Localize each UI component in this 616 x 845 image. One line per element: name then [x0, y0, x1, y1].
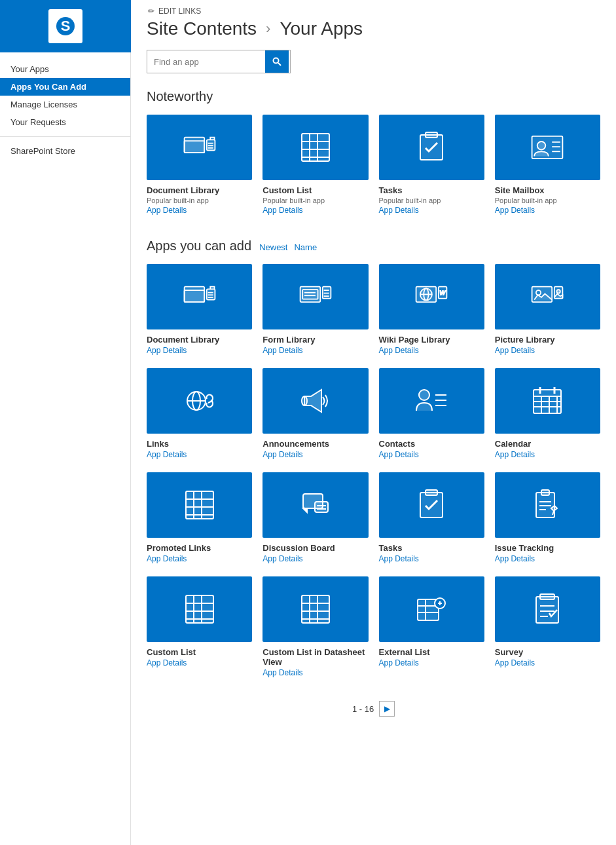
app-subtitle-site-mailbox-noteworthy: Popular built-in app	[495, 197, 557, 204]
breadcrumb-separator: ›	[266, 20, 270, 37]
sort-name[interactable]: Name	[294, 242, 317, 252]
sidebar-item-manage-licenses[interactable]: Manage Licenses	[0, 96, 130, 113]
app-name-calendar: Calendar	[495, 439, 532, 449]
sidebar-item-sharepoint-store[interactable]: SharePoint Store	[0, 142, 130, 160]
edit-links-bar[interactable]: ✏ EDIT LINKS	[147, 0, 600, 18]
app-name-discussion-board: Discussion Board	[263, 543, 335, 553]
app-tile-issue-tracking[interactable]: Issue Tracking App Details	[495, 472, 600, 563]
app-tile-form-lib[interactable]: Form Library App Details	[263, 264, 368, 355]
app-icon-links	[147, 368, 252, 434]
app-icon-wiki-page-lib: W	[379, 264, 484, 329]
app-name-survey: Survey	[495, 647, 523, 657]
app-icon-doc-lib-noteworthy	[147, 115, 252, 180]
app-icon-issue-tracking	[495, 472, 600, 538]
app-name-custom-list-datasheet: Custom List in Datasheet View	[263, 647, 368, 667]
app-icon-promoted-links	[147, 472, 252, 538]
pagination: 1 - 16 ▶	[147, 701, 600, 717]
app-name-site-mailbox-noteworthy: Site Mailbox	[495, 185, 545, 195]
app-details-link-promoted-links[interactable]: App Details	[147, 554, 187, 563]
svg-point-50	[302, 396, 307, 405]
app-details-link-wiki-page-lib[interactable]: App Details	[379, 346, 419, 355]
app-details-link-custom-list-noteworthy[interactable]: App Details	[263, 206, 302, 215]
app-icon-tasks-noteworthy	[379, 115, 484, 180]
app-tile-picture-lib[interactable]: Picture Library App Details	[495, 264, 600, 355]
app-details-link-custom-list[interactable]: App Details	[147, 658, 187, 667]
app-details-link-tasks-noteworthy[interactable]: App Details	[379, 206, 419, 215]
svg-marker-71	[303, 508, 307, 512]
svg-point-2	[274, 58, 279, 64]
app-icon-contacts	[379, 368, 484, 434]
app-details-link-tasks[interactable]: App Details	[379, 554, 419, 563]
app-icon-custom-list-noteworthy	[263, 115, 368, 180]
app-name-external-list: External List	[379, 647, 430, 657]
app-details-link-site-mailbox-noteworthy[interactable]: App Details	[495, 206, 535, 215]
sidebar-item-apps-you-can-add[interactable]: Apps You Can Add	[0, 78, 130, 96]
search-input[interactable]	[147, 53, 265, 71]
app-tile-tasks-noteworthy[interactable]: Tasks Popular built-in app App Details	[379, 115, 484, 215]
app-details-link-custom-list-datasheet[interactable]: App Details	[263, 668, 302, 677]
app-tile-custom-list[interactable]: Custom List App Details	[147, 576, 252, 677]
app-details-link-contacts[interactable]: App Details	[379, 450, 419, 459]
app-tile-site-mailbox-noteworthy[interactable]: Site Mailbox Popular built-in app App De…	[495, 115, 600, 215]
app-tile-custom-list-noteworthy[interactable]: Custom List Popular built-in app App Det…	[263, 115, 368, 215]
app-tile-doc-lib[interactable]: Document Library App Details	[147, 264, 252, 355]
app-tile-contacts[interactable]: Contacts App Details	[379, 368, 484, 459]
app-tile-tasks[interactable]: Tasks App Details	[379, 472, 484, 563]
app-tile-custom-list-datasheet[interactable]: Custom List in Datasheet View App Detail…	[263, 576, 368, 677]
app-tile-announcements[interactable]: Announcements App Details	[263, 368, 368, 459]
app-name-wiki-page-lib: Wiki Page Library	[379, 335, 450, 345]
app-details-link-doc-lib[interactable]: App Details	[147, 346, 187, 355]
app-icon-survey	[495, 576, 600, 642]
search-box[interactable]	[147, 50, 291, 73]
edit-links-label: EDIT LINKS	[158, 7, 201, 16]
app-details-link-links[interactable]: App Details	[147, 450, 187, 459]
app-tile-survey[interactable]: Survey App Details	[495, 576, 600, 677]
app-tile-discussion-board[interactable]: Discussion Board App Details	[263, 472, 368, 563]
app-icon-picture-lib	[495, 264, 600, 329]
apps-grid: Document Library App Details Form Librar…	[147, 264, 600, 677]
app-tile-external-list[interactable]: External List App Details	[379, 576, 484, 677]
page-subtitle: Your Apps	[280, 18, 363, 39]
app-name-promoted-links: Promoted Links	[147, 543, 211, 553]
pagination-label: 1 - 16	[352, 704, 374, 714]
svg-rect-6	[206, 140, 215, 150]
search-button[interactable]	[265, 50, 289, 73]
svg-point-19	[537, 141, 546, 150]
app-details-link-announcements[interactable]: App Details	[263, 450, 302, 459]
app-details-link-issue-tracking[interactable]: App Details	[495, 554, 535, 563]
app-tile-wiki-page-lib[interactable]: W Wiki Page Library App Details	[379, 264, 484, 355]
sort-newest[interactable]: Newest	[259, 242, 287, 252]
main-content: ✏ EDIT LINKS Site Contents › Your Apps N…	[131, 0, 616, 845]
app-tile-links[interactable]: Links App Details	[147, 368, 252, 459]
app-tile-promoted-links[interactable]: Promoted Links App Details	[147, 472, 252, 563]
app-name-issue-tracking: Issue Tracking	[495, 543, 554, 553]
app-name-tasks: Tasks	[379, 543, 403, 553]
svg-point-51	[419, 390, 429, 400]
noteworthy-section-title: Noteworthy	[147, 89, 600, 104]
pagination-next[interactable]: ▶	[379, 701, 395, 717]
sidebar-item-your-requests[interactable]: Your Requests	[0, 113, 130, 131]
app-name-doc-lib-noteworthy: Document Library	[147, 185, 219, 195]
svg-rect-102	[536, 597, 558, 623]
app-name-doc-lib: Document Library	[147, 335, 219, 345]
svg-point-45	[557, 290, 560, 293]
page-title-area: Site Contents › Your Apps	[147, 18, 600, 39]
sidebar-item-your-apps[interactable]: Your Apps	[0, 60, 130, 78]
svg-text:S: S	[61, 18, 71, 34]
sidebar: S Your Apps Apps You Can Add Manage Lice…	[0, 0, 131, 845]
svg-line-3	[278, 63, 281, 66]
app-tile-doc-lib-noteworthy[interactable]: Document Library Popular built-in app Ap…	[147, 115, 252, 215]
svg-rect-24	[184, 290, 204, 302]
app-details-link-picture-lib[interactable]: App Details	[495, 346, 535, 355]
app-details-link-external-list[interactable]: App Details	[379, 658, 419, 667]
app-icon-announcements	[263, 368, 368, 434]
app-details-link-discussion-board[interactable]: App Details	[263, 554, 302, 563]
svg-rect-34	[302, 290, 317, 299]
app-tile-calendar[interactable]: Calendar App Details	[495, 368, 600, 459]
app-details-link-doc-lib-noteworthy[interactable]: App Details	[147, 206, 187, 215]
app-details-link-form-lib[interactable]: App Details	[263, 346, 302, 355]
apps-section-title: Apps you can add	[147, 238, 251, 254]
svg-rect-5	[184, 141, 204, 153]
app-details-link-calendar[interactable]: App Details	[495, 450, 535, 459]
app-details-link-survey[interactable]: App Details	[495, 658, 535, 667]
